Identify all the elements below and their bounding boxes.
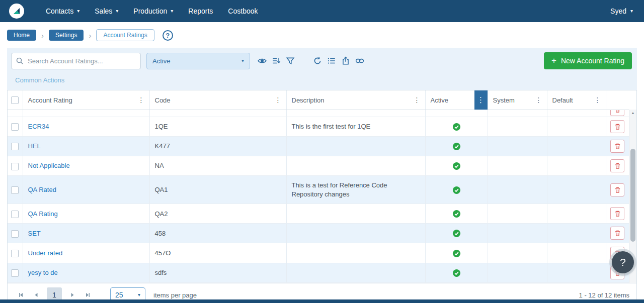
column-menu-icon[interactable]: ⋮ — [532, 95, 545, 105]
table-row: SET 458 — [8, 224, 629, 243]
column-menu-icon[interactable]: ⋮ — [591, 95, 604, 105]
row-checkbox[interactable] — [11, 211, 19, 218]
export-icon[interactable] — [339, 54, 353, 68]
column-chooser-icon[interactable] — [269, 54, 283, 68]
account-rating-link[interactable]: Under rated — [28, 249, 63, 257]
search-input[interactable] — [11, 53, 141, 69]
list-view-icon[interactable] — [325, 54, 339, 68]
account-rating-link[interactable]: QA Rating — [28, 210, 58, 218]
nav-reports[interactable]: Reports — [181, 7, 220, 15]
description-cell: This is a test for Reference Code Reposi… — [286, 176, 425, 204]
nav-production[interactable]: Production ▾ — [126, 7, 181, 15]
active-cell — [425, 156, 488, 176]
column-menu-icon[interactable]: ⋮ — [135, 95, 148, 105]
col-header-account-rating[interactable]: Account Rating ⋮ — [23, 90, 149, 110]
delete-button[interactable] — [610, 140, 624, 153]
default-cell — [547, 263, 606, 282]
table-row: QA Rated QA1 This is a test for Referenc… — [8, 176, 629, 204]
select-all-checkbox[interactable] — [11, 96, 19, 104]
active-check-icon — [452, 229, 461, 238]
row-checkbox[interactable] — [11, 250, 19, 257]
select-all-header — [8, 90, 23, 110]
chevron-down-icon: ▾ — [171, 9, 173, 14]
row-checkbox[interactable] — [11, 186, 19, 194]
col-header-system[interactable]: System ⋮ — [488, 90, 547, 110]
new-account-rating-label: New Account Rating — [561, 57, 624, 65]
row-checkbox[interactable] — [11, 123, 19, 131]
row-checkbox[interactable] — [11, 230, 19, 238]
delete-button[interactable] — [610, 159, 624, 172]
account-rating-link[interactable]: yesy to de — [28, 269, 58, 276]
link-icon[interactable] — [353, 54, 367, 68]
common-actions-link[interactable]: Common Actions — [7, 70, 72, 90]
delete-button[interactable] — [610, 227, 624, 240]
table-row: QA Rating QA2 — [8, 204, 629, 224]
col-label: Code — [155, 96, 171, 104]
nav-costbook[interactable]: Costbook — [220, 7, 265, 15]
active-cell — [425, 224, 488, 243]
user-menu[interactable]: Syed ▾ — [610, 7, 635, 15]
col-header-description[interactable]: Description ⋮ — [286, 90, 425, 110]
table-row: Not Applicable NA — [8, 156, 629, 176]
code-cell: sdfs — [149, 263, 286, 282]
active-check-icon — [452, 249, 461, 258]
delete-button[interactable] — [610, 183, 624, 196]
page-help-icon[interactable]: ? — [163, 30, 173, 41]
description-cell: This is the first test for 1QE — [286, 117, 425, 137]
table-header-row: Account Rating ⋮ Code ⋮ Description ⋮ — [8, 90, 629, 110]
floating-help-button[interactable]: ? — [612, 251, 634, 273]
delete-button[interactable] — [610, 110, 624, 116]
default-cell — [547, 224, 606, 243]
col-header-code[interactable]: Code ⋮ — [149, 90, 286, 110]
description-cell — [286, 243, 425, 263]
breadcrumb-account-ratings[interactable]: Account Ratings — [96, 29, 154, 41]
table-row: yesy to de sdfs — [8, 263, 629, 282]
account-rating-link[interactable]: ECR34 — [28, 123, 49, 130]
app-logo[interactable] — [9, 4, 24, 19]
description-cell — [286, 263, 425, 282]
account-rating-link[interactable]: QA Rated — [28, 186, 56, 193]
scroll-up-icon[interactable]: ▲ — [629, 111, 636, 115]
nav-sales[interactable]: Sales ▾ — [87, 7, 126, 15]
search-icon — [16, 57, 24, 65]
account-rating-link[interactable]: HEL — [28, 142, 41, 150]
new-account-rating-button[interactable]: + New Account Rating — [544, 52, 632, 69]
description-cell — [286, 224, 425, 243]
active-check-icon — [452, 269, 461, 277]
row-checkbox[interactable] — [11, 269, 19, 277]
scrollbar-thumb[interactable] — [630, 149, 635, 242]
code-cell: NA — [149, 156, 286, 176]
breadcrumb-settings[interactable]: Settings — [49, 30, 84, 41]
chevron-down-icon: ▾ — [138, 292, 140, 297]
status-filter-dropdown[interactable]: Active ▾ — [146, 53, 250, 69]
default-cell — [547, 243, 606, 263]
row-checkbox[interactable] — [11, 143, 19, 150]
visibility-icon[interactable] — [255, 54, 269, 68]
col-header-active[interactable]: Active ⋮ — [425, 90, 488, 110]
refresh-icon[interactable] — [310, 54, 325, 68]
row-checkbox[interactable] — [11, 163, 19, 170]
search-box — [11, 53, 141, 69]
active-cell — [425, 137, 488, 156]
delete-button[interactable] — [610, 120, 624, 133]
nav-contacts[interactable]: Contacts ▾ — [38, 7, 87, 15]
bottom-bar — [0, 299, 644, 303]
col-label: System — [493, 96, 515, 104]
account-rating-link[interactable]: SET — [28, 230, 41, 237]
account-ratings-table: Account Rating ⋮ Code ⋮ Description ⋮ — [8, 90, 629, 283]
col-header-default[interactable]: Default ⋮ — [547, 90, 606, 110]
breadcrumb-home[interactable]: Home — [7, 30, 36, 41]
column-menu-icon[interactable]: ⋮ — [272, 95, 285, 105]
breadcrumb: Home › Settings › Account Ratings ? — [0, 22, 644, 48]
column-menu-icon[interactable]: ⋮ — [411, 95, 424, 105]
user-name: Syed — [610, 7, 626, 15]
page-size-value: 25 — [115, 291, 123, 299]
code-cell: QA1 — [149, 176, 286, 204]
delete-button[interactable] — [610, 207, 624, 220]
filter-icon[interactable] — [283, 54, 297, 68]
content-panel: Active ▾ — [7, 48, 637, 303]
table-row: Under rated 457O — [8, 243, 629, 263]
column-menu-icon-active[interactable]: ⋮ — [474, 90, 488, 110]
account-rating-link[interactable]: Not Applicable — [28, 162, 70, 169]
description-cell — [286, 137, 425, 156]
